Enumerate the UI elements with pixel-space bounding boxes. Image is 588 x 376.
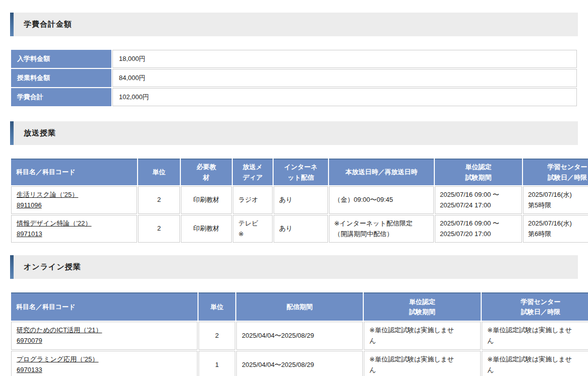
exam-period-cell: 2025/07/16 09:00 〜 2025/07/24 17:00 (435, 186, 522, 214)
section-accent-bar (10, 255, 14, 279)
exam-period-cell: 2025/07/16 09:00 〜 2025/07/20 17:00 (435, 215, 522, 243)
media-cell: テレビ ※ (233, 215, 273, 243)
course-row: 研究のためのICT活用（’21） 6970079 2 2025/04/04〜20… (11, 322, 588, 350)
exam-period-cell: ※単位認定試験は実施しませ ん (364, 322, 481, 350)
column-header-subject: 科目名／科目コード (11, 292, 198, 321)
column-header-exam-period: 単位認定 試験期間 (364, 292, 481, 321)
course-row: プログラミング応用（’25） 6970133 1 2025/04/04〜2025… (11, 351, 588, 376)
fee-row: 入学料金額 18,000円 (11, 50, 577, 68)
subject-cell: 生活リスク論（’25） 8911096 (11, 186, 137, 214)
net-distribution-cell: あり (274, 215, 328, 243)
header-row: 科目名／科目コード 単位 配信期間 単位認定 試験期間 学習センター 試験日／時… (11, 292, 588, 321)
subject-link[interactable]: 研究のためのICT活用（’21） (17, 326, 102, 334)
subject-cell: 情報デザイン特論（’22） 8971013 (11, 215, 137, 243)
column-header-distribution-period: 配信期間 (236, 292, 363, 321)
materials-cell: 印刷教材 (181, 215, 232, 243)
fee-label-tuition: 授業料金額 (11, 69, 111, 87)
subject-cell: 研究のためのICT活用（’21） 6970079 (11, 322, 198, 350)
center-exam-cell: ※単位認定試験は実施しませ ん (482, 322, 588, 350)
materials-cell: 印刷教材 (181, 186, 232, 214)
exam-period-cell: ※単位認定試験は実施しませ ん (364, 351, 481, 376)
fee-label-entrance: 入学料金額 (11, 50, 111, 68)
credits-cell: 1 (199, 351, 235, 376)
fee-value-total: 102,000円 (112, 88, 577, 106)
column-header-credits: 単位 (138, 159, 180, 185)
course-code-link[interactable]: 8911096 (17, 201, 42, 209)
course-code-link[interactable]: 8971013 (17, 230, 42, 238)
subject-cell: プログラミング応用（’25） 6970133 (11, 351, 198, 376)
header-row: 科目名／科目コード 単位 必要教 材 放送メ ディア インターネ ット配信 本放… (11, 159, 588, 185)
credits-cell: 2 (138, 215, 180, 243)
section-accent-bar (10, 121, 14, 145)
column-header-exam-period: 単位認定 試験期間 (435, 159, 522, 185)
fee-row: 学費合計 102,000円 (11, 88, 577, 106)
fee-value-tuition: 84,000円 (112, 69, 577, 87)
column-header-center-exam: 学習センター 試験日／時限 (523, 159, 588, 185)
fee-label-total: 学費合計 (11, 88, 111, 106)
section-title-broadcast: 放送授業 (24, 128, 56, 138)
media-cell: ラジオ (233, 186, 273, 214)
subject-link[interactable]: プログラミング応用（’25） (17, 355, 98, 363)
center-exam-cell: 2025/07/16(水) 第6時限 (523, 215, 588, 243)
section-header-online: オンライン授業 (10, 255, 578, 279)
section-header-broadcast: 放送授業 (10, 121, 578, 145)
column-header-credits: 単位 (199, 292, 235, 321)
fee-value-entrance: 18,000円 (112, 50, 577, 68)
credits-cell: 2 (199, 322, 235, 350)
fees-table: 入学料金額 18,000円 授業料金額 84,000円 学費合計 102,000… (10, 49, 578, 107)
subject-link[interactable]: 生活リスク論（’25） (17, 191, 78, 198)
column-header-materials: 必要教 材 (181, 159, 232, 185)
section-header-fees: 学費合計金額 (10, 13, 578, 36)
center-exam-cell: 2025/07/16(水) 第5時限 (523, 186, 588, 214)
credits-cell: 2 (138, 186, 180, 214)
course-row: 生活リスク論（’25） 8911096 2 印刷教材 ラジオ あり （金）09:… (11, 186, 588, 214)
section-title-fees: 学費合計金額 (24, 20, 72, 29)
broadcast-time-cell: ※インターネット配信限定 （開講期間中配信） (329, 215, 434, 243)
center-exam-cell: ※単位認定試験は実施しませ ん (482, 351, 588, 376)
broadcast-table: 科目名／科目コード 単位 必要教 材 放送メ ディア インターネ ット配信 本放… (10, 158, 588, 244)
page: 学費合計金額 入学料金額 18,000円 授業料金額 84,000円 学費合計 … (0, 0, 588, 376)
section-title-online: オンライン授業 (24, 262, 81, 272)
subject-link[interactable]: 情報デザイン特論（’22） (17, 219, 92, 227)
fee-row: 授業料金額 84,000円 (11, 69, 577, 87)
column-header-subject: 科目名／科目コード (11, 159, 137, 185)
course-code-link[interactable]: 6970079 (17, 337, 42, 344)
column-header-broadcast-time: 本放送日時／再放送日時 (329, 159, 434, 185)
broadcast-time-cell: （金）09:00〜09:45 (329, 186, 434, 214)
online-table: 科目名／科目コード 単位 配信期間 単位認定 試験期間 学習センター 試験日／時… (10, 291, 588, 376)
section-accent-bar (10, 13, 14, 36)
column-header-center-exam: 学習センター 試験日／時限 (482, 292, 588, 321)
course-code-link[interactable]: 6970133 (17, 366, 42, 373)
column-header-net-distribution: インターネ ット配信 (274, 159, 328, 185)
distribution-period-cell: 2025/04/04〜2025/08/29 (236, 351, 363, 376)
distribution-period-cell: 2025/04/04〜2025/08/29 (236, 322, 363, 350)
net-distribution-cell: あり (274, 186, 328, 214)
course-row: 情報デザイン特論（’22） 8971013 2 印刷教材 テレビ ※ あり ※イ… (11, 215, 588, 243)
column-header-media: 放送メ ディア (233, 159, 273, 185)
